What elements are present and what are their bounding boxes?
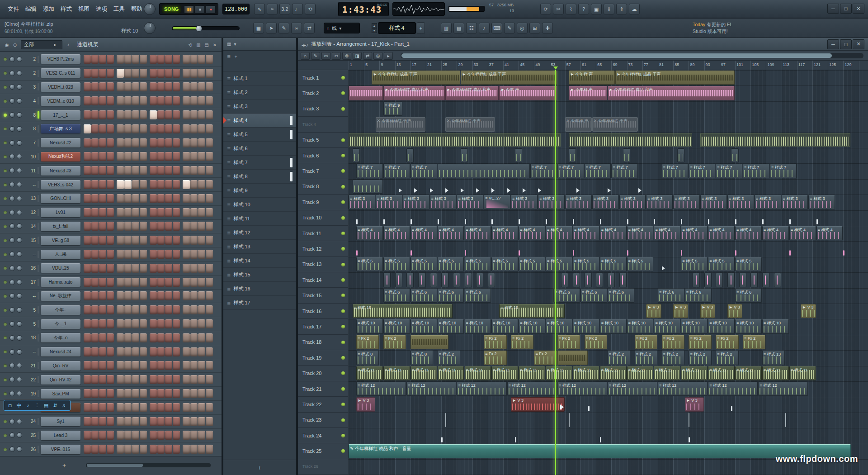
clip[interactable]: ► V 3 [727, 304, 742, 318]
step-cell[interactable] [99, 250, 106, 259]
step-cell[interactable] [183, 124, 190, 133]
add-pattern-button[interactable]: ＋ [417, 22, 425, 34]
channel-button[interactable]: VEDH..t 023 [41, 82, 80, 92]
step-cell[interactable] [91, 166, 99, 175]
channel-pan-knob[interactable] [9, 168, 15, 173]
step-cell[interactable] [124, 375, 132, 384]
clip[interactable]: ≡ 样式 7 [689, 164, 715, 178]
melody-icon[interactable]: ♬ [60, 403, 68, 408]
clip[interactable]: ≡ 样式 4 [627, 226, 654, 240]
step-cell[interactable] [206, 82, 213, 91]
step-cell[interactable] [84, 222, 91, 231]
snap-selector[interactable]: ∩ 线 ▾ [324, 23, 360, 33]
channel-button[interactable]: 广场舞..s 3 [41, 124, 80, 133]
step-cell[interactable] [132, 264, 139, 273]
minimize-button[interactable]: ─ [827, 4, 839, 14]
step-cell[interactable] [183, 82, 190, 91]
step-cell[interactable] [132, 194, 139, 203]
channel-mute-led[interactable] [4, 309, 7, 312]
clip[interactable]: ≡ 样式 10 [519, 319, 545, 333]
step-cell[interactable] [157, 403, 165, 412]
step-cell[interactable] [150, 82, 157, 91]
track-label[interactable]: Track 9 [298, 195, 348, 210]
track-enable-led[interactable] [341, 278, 345, 282]
step-cell[interactable] [157, 431, 165, 440]
jump-icon[interactable]: ➤ [266, 23, 277, 33]
step-cell[interactable] [117, 55, 124, 64]
step-cell[interactable] [117, 278, 124, 287]
clip[interactable] [406, 273, 414, 287]
clip[interactable]: ≡ 样式 3 [673, 195, 700, 209]
clip[interactable]: ≡ 样式 6 [383, 289, 410, 303]
step-cell[interactable] [107, 389, 114, 398]
clip[interactable]: ≡ 样式 4 [383, 226, 410, 240]
clip[interactable] [557, 351, 588, 365]
step-cell[interactable] [84, 96, 91, 105]
track-label[interactable]: Track 2 [298, 86, 348, 101]
mixer-icon[interactable]: ▥ [441, 23, 452, 33]
step-cell[interactable] [132, 180, 139, 189]
step-cell[interactable] [183, 222, 190, 231]
clip[interactable]: ≡ 样式 11 [708, 366, 735, 380]
clip[interactable] [731, 406, 732, 411]
step-cell[interactable] [91, 110, 99, 119]
channel-volume-knob[interactable] [17, 419, 22, 424]
pattern-item[interactable]: ≣样式 3 [223, 100, 296, 114]
clip[interactable] [654, 219, 655, 224]
step-cell[interactable] [150, 319, 157, 328]
step-cell[interactable] [132, 319, 139, 328]
channel-mute-led[interactable] [4, 100, 7, 103]
clip[interactable] [349, 133, 561, 147]
clip[interactable] [573, 219, 574, 224]
channel-pan-knob[interactable] [9, 71, 15, 76]
step-cell[interactable] [150, 152, 157, 161]
channel-mute-led[interactable] [4, 294, 7, 298]
clip[interactable]: ✕ 今年样样红 干声 [445, 117, 495, 131]
step-cell[interactable] [183, 138, 190, 147]
clip[interactable] [585, 273, 592, 287]
clip[interactable]: ≡ 样式 5 [708, 257, 735, 271]
clip[interactable]: ≡ 样式 10 [356, 319, 383, 333]
step-cell[interactable] [198, 236, 205, 245]
step-cell[interactable] [198, 403, 205, 412]
step-cell[interactable] [190, 166, 198, 175]
step-cell[interactable] [140, 236, 147, 245]
clip[interactable]: ≡ Fx 2 [383, 335, 406, 349]
track-label[interactable]: Track 15 [298, 288, 348, 303]
step-cell[interactable] [183, 305, 190, 314]
track-label[interactable]: Track 11 [298, 226, 348, 241]
step-cell[interactable] [173, 333, 180, 342]
clip[interactable]: ≡ 样式 4 [491, 226, 518, 240]
clip[interactable]: ≡ 样式 6 [465, 289, 491, 303]
step-cell[interactable] [124, 264, 132, 273]
step-cell[interactable] [165, 82, 172, 91]
step-cell[interactable] [84, 333, 91, 342]
main-volume-knob[interactable] [144, 3, 156, 15]
step-cell[interactable] [132, 431, 139, 440]
step-cell[interactable] [150, 69, 157, 78]
paint-icon[interactable]: ▭ [321, 52, 330, 60]
channel-mute-led[interactable] [4, 364, 7, 367]
track-enable-led[interactable] [341, 263, 345, 266]
step-cell[interactable] [84, 431, 91, 440]
clip[interactable]: ≡ 样式 11 [465, 366, 491, 380]
step-cell[interactable] [99, 138, 106, 147]
step-cell[interactable] [206, 278, 213, 287]
track-enable-led[interactable] [341, 387, 345, 391]
channel-select-led[interactable] [38, 181, 39, 188]
step-cell[interactable] [150, 403, 157, 412]
step-cell[interactable] [91, 431, 99, 440]
pattern-item[interactable]: ≣样式 15 [223, 268, 296, 282]
step-cell[interactable] [206, 96, 213, 105]
clip[interactable]: ≡ 样式 11 [762, 366, 789, 380]
clip[interactable]: ≡ 样式 16 [353, 304, 453, 318]
track-enable-led[interactable] [341, 91, 345, 95]
step-cell[interactable] [183, 319, 190, 328]
channel-button[interactable]: 今年.. [41, 305, 80, 315]
step-cell[interactable] [140, 138, 147, 147]
step-cell[interactable] [84, 347, 91, 356]
clip[interactable]: ≡ 样式 10 [681, 319, 708, 333]
channel-volume-knob[interactable] [17, 112, 22, 118]
step-cell[interactable] [91, 152, 99, 161]
track-enable-led[interactable] [341, 185, 345, 189]
